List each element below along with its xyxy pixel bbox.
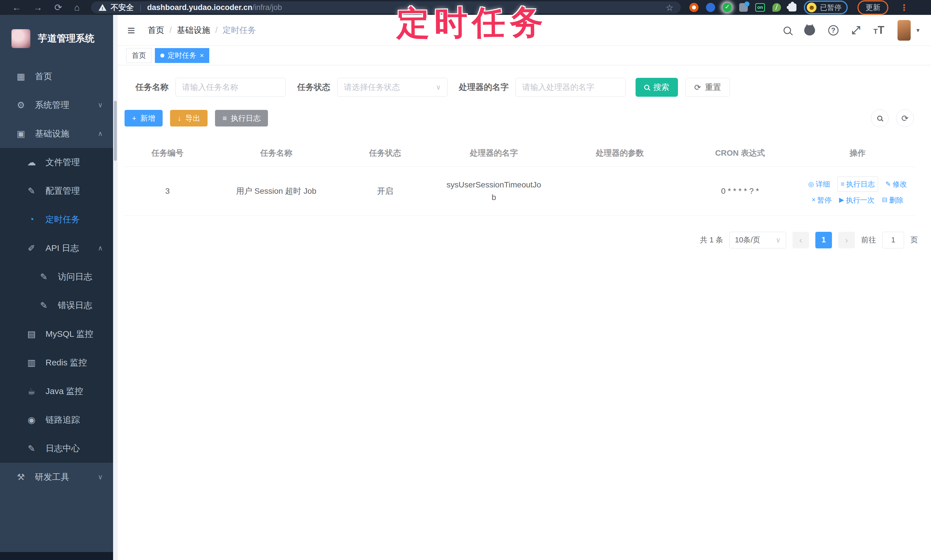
- database-icon: ▤: [25, 329, 38, 339]
- add-button[interactable]: + 新增: [125, 110, 163, 126]
- sidebar-item-config-management[interactable]: ✎ 配置管理: [0, 177, 113, 205]
- refresh-table-button[interactable]: ⟳: [896, 109, 914, 127]
- col-header-cron: CRON 表达式: [680, 140, 800, 166]
- sidebar-footer-strip: [0, 552, 113, 560]
- pause-icon: ×: [812, 195, 815, 205]
- sidebar-item-scheduled-jobs[interactable]: ◔ 定时任务: [0, 205, 113, 234]
- sidebar-scrollbar-thumb[interactable]: [114, 101, 117, 161]
- list-icon: ≡: [222, 114, 227, 123]
- task-name-input[interactable]: [182, 83, 279, 92]
- download-icon: ↓: [177, 114, 181, 123]
- dashboard-icon: ▦: [14, 71, 28, 82]
- extension-icon-green-check[interactable]: [723, 3, 732, 12]
- delete-link[interactable]: ⊟ 删除: [882, 195, 903, 206]
- sidebar-item-label: 链路追踪: [46, 414, 80, 426]
- search-button[interactable]: 搜索: [635, 78, 678, 97]
- export-button[interactable]: ↓ 导出: [170, 110, 208, 126]
- task-name-field-wrap: [176, 78, 286, 97]
- search-icon[interactable]: [783, 27, 791, 34]
- breadcrumb-home[interactable]: 首页: [148, 25, 164, 36]
- sidebar-logo-row[interactable]: 芋道管理系统: [0, 15, 113, 62]
- table-header-row: 任务编号 任务名称 任务状态 处理器的名字 处理器的参数 CRON 表达式 操作: [125, 140, 915, 167]
- sidebar-item-trace[interactable]: ◉ 链路追踪: [0, 406, 113, 434]
- jobs-table: 任务编号 任务名称 任务状态 处理器的名字 处理器的参数 CRON 表达式 操作…: [125, 140, 915, 216]
- current-page-button[interactable]: 1: [815, 232, 832, 248]
- extension-on-badge[interactable]: on: [755, 3, 765, 12]
- filter-form: 任务名称 任务状态 请选择任务状态 ∨ 处理器的名字 搜索 ⟳ 重置: [125, 78, 920, 97]
- edit-link[interactable]: ✎ 修改: [885, 178, 907, 190]
- table-toolbar: + 新增 ↓ 导出 ≡ 执行日志 ⟳: [125, 109, 920, 127]
- sidebar-item-error-logs[interactable]: ✎ 错误日志: [0, 291, 113, 320]
- tab-close-icon[interactable]: ×: [200, 51, 204, 60]
- browser-home-icon[interactable]: ⌂: [74, 2, 80, 13]
- github-icon[interactable]: [804, 25, 815, 35]
- sidebar-item-label: 研发工具: [35, 471, 69, 483]
- sidebar-collapse-icon[interactable]: ≡: [127, 23, 135, 38]
- bookmark-star-icon[interactable]: ☆: [666, 3, 674, 12]
- browser-reload-icon[interactable]: ⟳: [54, 2, 62, 13]
- sidebar-item-home[interactable]: ▦ 首页: [0, 62, 113, 91]
- sidebar-scrollbar[interactable]: [113, 15, 118, 560]
- search-icon: [877, 115, 882, 121]
- next-page-button[interactable]: ›: [838, 232, 855, 248]
- sidebar-item-api-logs[interactable]: ✐ API 日志 ∧: [0, 234, 113, 262]
- java-cup-icon: ☕: [25, 386, 38, 397]
- help-icon[interactable]: ?: [828, 25, 839, 35]
- sidebar-item-label: 基础设施: [35, 128, 69, 140]
- fullscreen-icon[interactable]: ⤢: [852, 24, 860, 37]
- run-once-link[interactable]: ▶ 执行一次: [839, 195, 875, 206]
- exec-log-button[interactable]: ≡ 执行日志: [215, 110, 268, 126]
- sidebar-item-file-management[interactable]: ☁ 文件管理: [0, 148, 113, 177]
- actions-line-1: ◎ 详细 ≡ 执行日志 ✎ 修改: [808, 177, 907, 192]
- task-status-select[interactable]: 请选择任务状态 ∨: [337, 78, 447, 97]
- row-exec-log-link[interactable]: ≡ 执行日志: [837, 177, 878, 192]
- sidebar-item-label: 首页: [35, 71, 52, 82]
- page-size-value: 10条/页: [735, 235, 760, 245]
- extensions-puzzle-icon[interactable]: [788, 3, 797, 11]
- navbar-actions: ? ⤢ TT ▾: [783, 20, 920, 41]
- sidebar-item-java-monitor[interactable]: ☕ Java 监控: [0, 377, 113, 406]
- chevron-down-icon: ∨: [98, 101, 103, 109]
- goto-page-input[interactable]: [882, 232, 904, 248]
- breadcrumb-separator: /: [170, 25, 172, 35]
- browser-profile-chip[interactable]: ☻ 已暂停: [804, 1, 848, 14]
- prev-page-button[interactable]: ‹: [792, 232, 809, 248]
- browser-update-button[interactable]: 更新: [857, 0, 888, 15]
- extension-icon-blue[interactable]: [706, 3, 715, 12]
- avatar-caret-down-icon[interactable]: ▾: [916, 27, 920, 34]
- toolbox-icon: ⚒: [14, 472, 28, 482]
- sidebar-item-system-management[interactable]: ⚙ 系统管理 ∨: [0, 91, 113, 119]
- browser-back-icon[interactable]: ←: [12, 2, 21, 13]
- browser-forward-icon[interactable]: →: [33, 2, 42, 13]
- tab-scheduled-jobs[interactable]: 定时任务 ×: [155, 48, 209, 63]
- address-bar[interactable]: ! 不安全 | dashboard.yudao.iocoder.cn /infr…: [91, 2, 681, 14]
- pause-link[interactable]: × 暂停: [812, 195, 831, 206]
- browser-menu-icon[interactable]: ⋮: [900, 3, 908, 12]
- tab-home[interactable]: 首页: [126, 48, 151, 63]
- breadcrumb-infrastructure[interactable]: 基础设施: [177, 25, 210, 36]
- detail-link[interactable]: ◎ 详细: [808, 178, 830, 190]
- edit-icon: ✎: [885, 179, 891, 189]
- handler-name-field-wrap: [516, 78, 626, 97]
- col-header-handler-name: 处理器的名字: [428, 140, 560, 166]
- profile-avatar-emoji: ☻: [807, 3, 817, 12]
- sidebar-item-access-logs[interactable]: ✎ 访问日志: [0, 262, 113, 291]
- user-avatar[interactable]: [897, 20, 911, 41]
- reset-button[interactable]: ⟳ 重置: [685, 78, 730, 97]
- page-size-select[interactable]: 10条/页 ∨: [729, 232, 786, 248]
- sidebar-item-infrastructure[interactable]: ▣ 基础设施 ∧: [0, 119, 113, 148]
- extension-icon-orange[interactable]: [689, 3, 698, 12]
- security-label: 不安全: [111, 2, 134, 12]
- sidebar-item-log-center[interactable]: ✎ 日志中心: [0, 434, 113, 463]
- handler-name-input[interactable]: [522, 83, 619, 92]
- clock-icon: ◔: [25, 214, 38, 225]
- sidebar-item-redis-monitor[interactable]: ▥ Redis 监控: [0, 348, 113, 377]
- main-content: 任务名称 任务状态 请选择任务状态 ∨ 处理器的名字 搜索 ⟳ 重置 + 新增 …: [118, 65, 931, 560]
- extension-icon-grid[interactable]: [739, 3, 748, 12]
- extension-icon-leaf[interactable]: [772, 3, 781, 12]
- task-status-label: 任务状态: [297, 82, 330, 93]
- toggle-search-button[interactable]: [871, 109, 889, 127]
- sidebar-item-dev-tools[interactable]: ⚒ 研发工具 ∨: [0, 463, 113, 491]
- font-size-icon[interactable]: TT: [874, 24, 884, 36]
- sidebar-item-mysql-monitor[interactable]: ▤ MySQL 监控: [0, 320, 113, 348]
